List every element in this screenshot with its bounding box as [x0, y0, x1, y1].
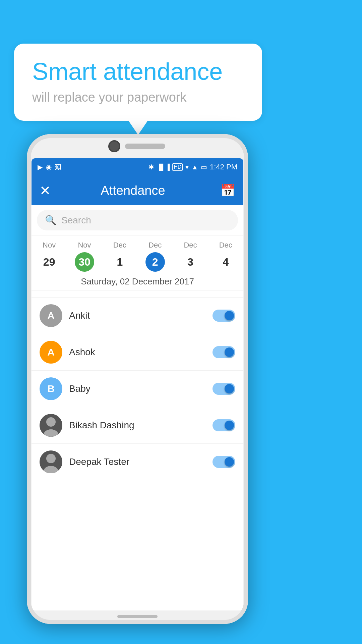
calendar-day[interactable]: Nov30 [75, 241, 94, 272]
battery-icon: ▭ [201, 163, 207, 171]
student-item: AAshok [32, 334, 243, 371]
student-item: Deepak Tester [32, 444, 243, 480]
student-name: Bikash Dashing [69, 420, 206, 431]
calendar-day[interactable]: Nov29 [40, 241, 59, 272]
search-icon: 🔍 [45, 215, 57, 226]
avatar-photo [40, 414, 62, 437]
day-month-label: Dec [184, 241, 197, 250]
status-icons-right: ✱ ▐▌▐ HD ▾ ▲ ▭ 1:42 PM [148, 163, 237, 171]
day-month-label: Nov [43, 241, 56, 250]
camera [110, 142, 119, 151]
phone-screen: ▶ ◉ 🖼 ✱ ▐▌▐ HD ▾ ▲ ▭ 1:42 PM ✕ Attendanc… [32, 158, 243, 610]
avatar: A [40, 304, 62, 327]
student-name: Ankit [69, 310, 206, 321]
calendar-day[interactable]: Dec4 [216, 241, 235, 272]
day-month-label: Dec [113, 241, 126, 250]
attendance-toggle[interactable] [213, 346, 235, 358]
day-number[interactable]: 4 [216, 252, 235, 272]
phone-top-bar [110, 142, 165, 151]
phone-bottom-bar [117, 615, 158, 618]
attendance-toggle[interactable] [213, 383, 235, 395]
icon-cam: ◉ [46, 163, 52, 171]
day-number[interactable]: 1 [110, 252, 129, 272]
student-item: Bikash Dashing [32, 407, 243, 444]
attendance-toggle[interactable] [213, 419, 235, 431]
day-month-label: Dec [219, 241, 232, 250]
attendance-toggle[interactable] [213, 456, 235, 468]
svg-point-4 [46, 454, 56, 463]
app-bar: ✕ Attendance 📅 [32, 176, 243, 205]
svg-point-1 [46, 417, 56, 427]
phone-frame: ▶ ◉ 🖼 ✱ ▐▌▐ HD ▾ ▲ ▭ 1:42 PM ✕ Attendanc… [27, 134, 248, 624]
status-icons-left: ▶ ◉ 🖼 [38, 163, 62, 171]
calendar-day[interactable]: Dec2 [145, 241, 165, 272]
app-bar-title: Attendance [59, 183, 207, 198]
calendar-day[interactable]: Dec1 [110, 241, 129, 272]
day-number[interactable]: 3 [181, 252, 200, 272]
signal-icon: ▐▌▐ [157, 164, 170, 171]
student-name: Deepak Tester [69, 457, 206, 467]
speech-bubble: Smart attendance will replace your paper… [14, 44, 262, 121]
student-item: BBaby [32, 371, 243, 407]
day-number[interactable]: 30 [75, 252, 94, 272]
day-month-label: Nov [78, 241, 91, 250]
speaker [125, 144, 165, 149]
wifi-icon: ▾ [185, 163, 189, 171]
search-bar[interactable]: 🔍 Search [37, 210, 238, 230]
calendar-day[interactable]: Dec3 [181, 241, 200, 272]
selected-date: Saturday, 02 December 2017 [32, 272, 243, 290]
search-container: 🔍 Search [32, 205, 243, 235]
search-input[interactable]: Search [61, 215, 91, 226]
avatar: B [40, 377, 62, 400]
calendar-days-row: Nov29Nov30Dec1Dec2Dec3Dec4 [32, 241, 243, 272]
status-bar: ▶ ◉ 🖼 ✱ ▐▌▐ HD ▾ ▲ ▭ 1:42 PM [32, 158, 243, 176]
bluetooth-icon: ✱ [148, 163, 154, 171]
day-month-label: Dec [148, 241, 162, 250]
calendar-strip: Nov29Nov30Dec1Dec2Dec3Dec4 Saturday, 02 … [32, 235, 243, 298]
icon-image: 🖼 [55, 163, 62, 171]
student-item: AAnkit [32, 298, 243, 334]
avatar: A [40, 341, 62, 364]
day-number[interactable]: 29 [40, 252, 59, 272]
bubble-title: Smart attendance [32, 58, 244, 85]
day-number[interactable]: 2 [145, 252, 165, 272]
attendance-toggle[interactable] [213, 310, 235, 322]
hd-badge: HD [172, 163, 183, 171]
avatar-photo [40, 450, 62, 473]
signal2-icon: ▲ [191, 163, 198, 171]
bubble-subtitle: will replace your paperwork [32, 90, 244, 105]
student-name: Ashok [69, 347, 206, 358]
icon-youtube: ▶ [38, 163, 43, 171]
calendar-icon[interactable]: 📅 [220, 183, 235, 198]
student-name: Baby [69, 383, 206, 394]
student-list: AAnkitAAshokBBaby Bikash Dashing Deepak … [32, 298, 243, 480]
status-time: 1:42 PM [210, 163, 237, 171]
close-button[interactable]: ✕ [40, 183, 51, 198]
